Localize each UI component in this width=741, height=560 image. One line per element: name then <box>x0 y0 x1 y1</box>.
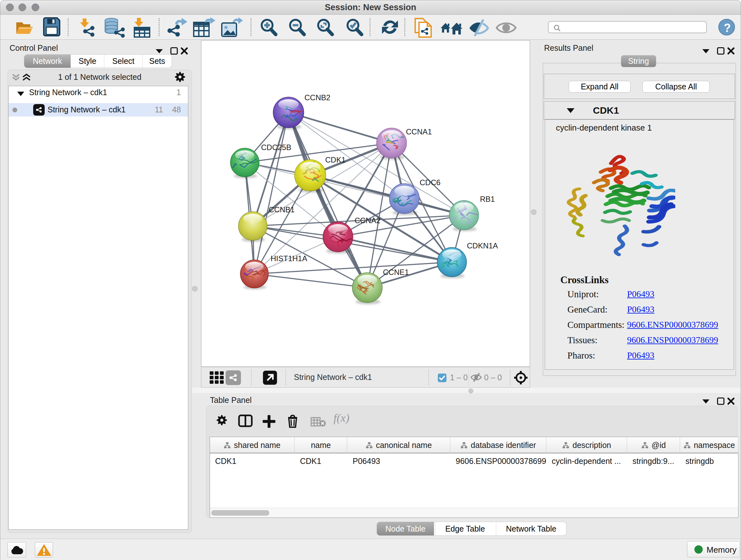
svg-text:CCNE1: CCNE1 <box>383 268 409 276</box>
svg-text:CDKN1A: CDKN1A <box>467 241 498 250</box>
svg-text:CCNA2: CCNA2 <box>354 216 381 225</box>
svg-text:CDC6: CDC6 <box>420 178 441 187</box>
svg-text:HIST1H1A: HIST1H1A <box>271 254 307 263</box>
svg-text:RB1: RB1 <box>480 195 495 203</box>
svg-text:CCNB1: CCNB1 <box>269 205 294 214</box>
svg-text:CDK1: CDK1 <box>325 155 346 164</box>
svg-text:CCNB2: CCNB2 <box>305 93 330 102</box>
svg-text:CDC25B: CDC25B <box>261 143 291 152</box>
svg-text:CCNA1: CCNA1 <box>406 127 432 136</box>
